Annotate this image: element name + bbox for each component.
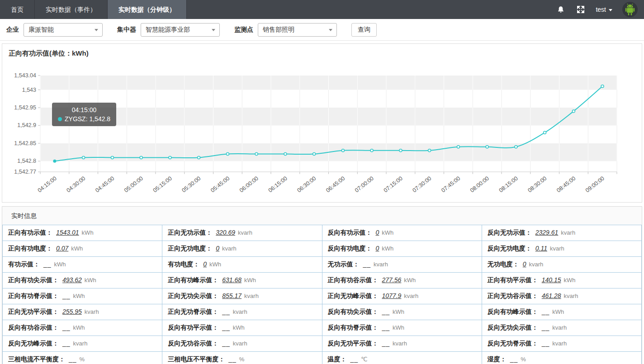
realtime-cell: 有功示值：__kWh (3, 257, 162, 273)
realtime-cell-unit: kWh (209, 261, 221, 268)
table-row: 正向有功电度：0.07kWh正向无功电度：0kvarh反向有功电度：0kWh反向… (3, 241, 642, 257)
realtime-cell-value: __ (43, 260, 52, 268)
realtime-cell-unit: kWh (404, 277, 416, 284)
realtime-cell-value: __ (382, 324, 390, 331)
realtime-cell-value[interactable]: 493.62 (62, 276, 82, 284)
realtime-cell-unit: % (80, 356, 85, 363)
realtime-cell-label: 正向无功尖示值： (168, 292, 218, 299)
realtime-cell-value[interactable]: 1543.01 (56, 229, 79, 236)
realtime-cell-label: 湿度： (488, 355, 507, 363)
svg-text:06:00:00: 06:00:00 (238, 175, 260, 194)
svg-text:06:15:00: 06:15:00 (267, 175, 289, 194)
realtime-cell-unit: kvarh (374, 261, 388, 268)
realtime-cell: 反向无功尖示值：__kvarh (482, 320, 641, 336)
realtime-cell-value[interactable]: 0.11 (535, 245, 547, 252)
realtime-cell: 正向无功峰示值：1077.9kvarh (322, 288, 482, 304)
realtime-cell-unit: kWh (382, 229, 393, 236)
realtime-cell-value: __ (222, 324, 230, 331)
chart-wrap: 1,542.771,542.81,542.851,542.91,542.951,… (2, 60, 642, 196)
concentrator-select-value: 智慧能源事业部 (146, 26, 190, 34)
realtime-cell-value[interactable]: 631.68 (222, 276, 242, 284)
realtime-cell-unit: kWh (73, 293, 85, 299)
realtime-cell: 反向有功电度：0kWh (322, 241, 482, 257)
fullscreen-expand-icon[interactable] (576, 5, 586, 14)
realtime-cell-label: 反向无功电度： (488, 245, 532, 252)
realtime-cell-unit: kvarh (238, 229, 252, 236)
realtime-cell-value[interactable]: 855.17 (222, 292, 242, 299)
realtime-cell: 反向无功脊示值：__kvarh (482, 336, 641, 352)
realtime-cell-unit: kvarh (85, 308, 99, 315)
realtime-cell-unit: kWh (393, 324, 404, 331)
realtime-cell-value[interactable]: 0.07 (56, 245, 68, 252)
realtime-cell-value[interactable]: 140.15 (542, 276, 561, 284)
realtime-cell-value[interactable]: 2329.61 (535, 229, 559, 236)
realtime-cell-unit: kvarh (244, 293, 259, 299)
nav-tab[interactable]: 实时数据（分钟级） (108, 0, 187, 19)
realtime-cell-label: 正向无功峰示值： (328, 292, 379, 299)
realtime-cell-label: 反向有功平示值： (168, 324, 218, 331)
realtime-cell-unit: kvarh (73, 340, 88, 347)
realtime-cell-label: 正向有功尖示值： (8, 276, 59, 284)
svg-text:08:45:00: 08:45:00 (555, 175, 577, 194)
realtime-cell-value: __ (542, 340, 550, 347)
realtime-cell-value: __ (69, 355, 77, 363)
notification-bell-icon[interactable] (556, 5, 566, 14)
realtime-cell-unit: % (239, 356, 245, 363)
realtime-cell-unit: kWh (564, 277, 576, 284)
realtime-cell-label: 有功电度： (168, 260, 199, 268)
query-button[interactable]: 查询 (351, 23, 377, 37)
realtime-cell: 正向有功峰示值：631.68kWh (162, 273, 322, 288)
chart-canvas[interactable]: 1,542.771,542.81,542.851,542.91,542.951,… (2, 60, 638, 196)
concentrator-label: 集中器 (117, 26, 136, 34)
monitor-point-select[interactable]: 销售部照明 (258, 23, 337, 37)
realtime-cell-value[interactable]: 0 (376, 229, 379, 236)
svg-text:1,542.9: 1,542.9 (17, 122, 36, 128)
monitor-point-label: 监测点 (234, 26, 253, 34)
realtime-cell: 反向无功电度：0.11kvarh (482, 241, 641, 257)
realtime-cell-value[interactable]: 0 (216, 245, 219, 252)
svg-text:05:30:00: 05:30:00 (180, 175, 202, 194)
nav-tab[interactable]: 首页 (0, 0, 35, 19)
realtime-cell-value: __ (62, 292, 71, 299)
realtime-cell-value: __ (363, 260, 371, 268)
realtime-cell: 正向有功电度：0.07kWh (3, 241, 162, 257)
nav-right: test (556, 0, 644, 19)
realtime-cell: 无功电度：0kvarh (482, 257, 641, 273)
user-menu[interactable]: test (596, 6, 612, 13)
nav-tabs: 首页实时数据（事件）实时数据（分钟级） (0, 0, 187, 19)
svg-text:08:00:00: 08:00:00 (469, 175, 490, 194)
svg-text:05:45:00: 05:45:00 (209, 175, 231, 194)
svg-text:1,543.04: 1,543.04 (14, 72, 36, 79)
realtime-cell-label: 正向无功平示值： (8, 308, 59, 315)
concentrator-select[interactable]: 智慧能源事业部 (141, 23, 220, 37)
nav-tab[interactable]: 实时数据（事件） (35, 0, 108, 19)
realtime-cell-value[interactable]: 461.28 (542, 292, 561, 299)
realtime-cell-value[interactable]: 277.56 (382, 276, 402, 284)
realtime-cell-value[interactable]: 320.69 (216, 229, 235, 236)
realtime-cell-value[interactable]: 0 (203, 260, 207, 268)
realtime-cell-value[interactable]: 255.95 (62, 308, 82, 315)
svg-text:1,543: 1,543 (22, 87, 36, 93)
realtime-cell-label: 反向有功脊示值： (328, 324, 379, 331)
enterprise-select[interactable]: 康派智能 (24, 23, 103, 37)
android-avatar[interactable] (622, 2, 638, 17)
realtime-cell-label: 无功电度： (488, 260, 519, 268)
realtime-cell-value: __ (228, 355, 237, 363)
realtime-cell-label: 反向有功示值： (328, 229, 372, 236)
realtime-cell-label: 反向无功示值： (488, 229, 532, 236)
realtime-section-title: 实时信息 (2, 207, 642, 225)
svg-text:06:30:00: 06:30:00 (296, 175, 317, 194)
realtime-cell-label: 正向无功示值： (168, 229, 212, 236)
svg-text:08:30:00: 08:30:00 (526, 175, 548, 194)
realtime-cell-value[interactable]: 0 (376, 245, 379, 252)
realtime-cell-value[interactable]: 0 (523, 260, 526, 268)
realtime-cell-value[interactable]: 1077.9 (382, 292, 402, 299)
enterprise-label: 企业 (6, 26, 19, 34)
realtime-cell: 温度：__℃ (322, 352, 482, 364)
realtime-cell-label: 正向有功脊示值： (8, 292, 59, 299)
monitor-point-select-value: 销售部照明 (263, 26, 294, 34)
realtime-cell: 正向有功平示值：140.15kWh (482, 273, 641, 288)
realtime-cell-unit: kvarh (552, 324, 567, 331)
realtime-cell: 三相电压不平衡度：__% (162, 352, 322, 364)
realtime-cell-label: 正向有功示值： (8, 229, 52, 236)
